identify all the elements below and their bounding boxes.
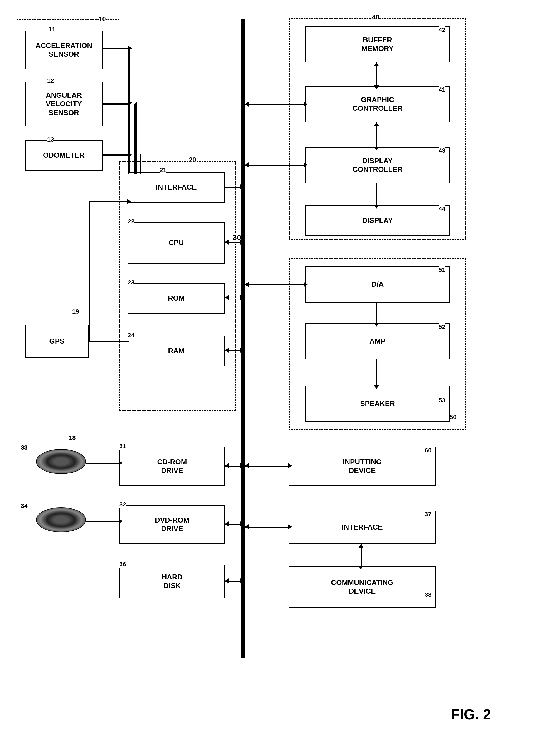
odometer-label: 13 [47,136,54,143]
bus-to-graphic-arrow-right [304,102,307,107]
display-group-label: 40 [372,13,379,21]
bus-to-dc-arrow-right [304,163,307,167]
to-iface-top1 [128,173,129,174]
s1-horiz [103,48,128,49]
sensors-group-label: 10 [99,15,106,23]
label-18: 18 [69,434,76,442]
bus-to-input-arrow-left [245,463,249,468]
cdrom-disk-1 [36,449,86,474]
da-to-amp-vert [376,302,377,324]
amp-block-label: 52 [439,323,445,330]
bus-to-da-arrow-right [304,282,307,287]
cdrom-bus-arrow-right [241,463,244,468]
graphic-controller-label: 41 [439,86,445,93]
angular-velocity-sensor-block: ANGULARVELOCITYSENSOR [25,82,103,126]
interface2-block: INTERFACE [289,511,436,544]
acc-sensor-label: 11 [49,26,55,33]
odo-vert-line [142,155,142,176]
rom-bus-arrow-right [241,295,244,300]
cpu-block: CPU [128,222,225,264]
disk1-to-cdrom-arrow [119,460,123,466]
bus-to-graphic-arrow-left [245,102,249,107]
gps-to-iface-horiz [89,341,129,342]
graphic-controller-block: GRAPHICCONTROLLER [305,86,450,122]
da-to-amp-arrow-down [374,323,379,327]
bus-label-30: 30 [233,233,241,242]
vert-s1 [128,48,129,174]
dvd-bus-arrow-left [225,522,229,527]
bus-to-iface2-horiz [245,527,289,528]
vert-s2 [134,104,135,174]
iface-top-connect2 [136,103,137,174]
buffer-memory-label: 42 [439,26,445,34]
cpu-bus-arrow-right [241,239,244,244]
rom-block: ROM [128,283,225,314]
bus-to-dc-arrow-left [245,163,249,167]
ram-block: RAM [128,336,225,366]
ram-bus-arrow-right [241,348,244,353]
interface2-label: 37 [425,511,431,518]
audio-group-label: 50 [450,414,456,421]
iface-to-bus [225,187,242,188]
dvd-bus-arrow-right [241,522,244,527]
bus-to-iface2-arrow-left [245,524,249,529]
acceleration-sensor-block: ACCELERATIONSENSOR [25,31,103,69]
display-controller-block: DISPLAYCONTROLLER [305,147,450,183]
ram-block-label: 24 [128,332,134,339]
da-block: D/A [305,266,450,302]
dvddisk-to-dvd [86,521,120,522]
amp-to-speaker-vert [376,359,377,386]
buf-to-graphic-arrow-down [374,86,379,89]
inputting-device-label: 60 [425,447,431,454]
buffer-memory-block: BUFFERMEMORY [305,26,450,63]
rom-bus-arrow-left [225,295,229,300]
to-iface-top2 [134,173,135,174]
vert-s3 [140,154,141,174]
bus-to-dc-horiz [245,165,306,166]
ram-bus-arrow-left [225,348,229,353]
cdrom-drive-block: CD-ROMDRIVE [119,447,225,486]
hard-disk-block: HARDDISK [119,565,225,598]
cdrom-disk-1-label: 33 [21,444,27,451]
da-block-label: 51 [439,266,445,274]
dvddisk-to-dvd-arrow [119,519,123,524]
display-block-label: 44 [439,205,445,212]
gps-to-iface-horiz2 [89,201,128,202]
iface2-to-comm-arrow-up [358,544,363,548]
iface-bus-arrow-right [241,184,244,189]
iface2-to-comm-arrow-down [358,566,363,569]
gps-arrow [127,199,131,204]
dvdrom-drive-block: DVD-ROMDRIVE [119,505,225,544]
iface-top-connect3 [143,154,143,174]
dc-to-display-arrow-down [374,205,379,209]
amp-block: AMP [305,323,450,359]
interface-block: INTERFACE [128,172,225,202]
hdd-bus-arrow-left [225,578,229,583]
cpu-bus-arrow-left [225,239,229,244]
bus-to-input-horiz [245,466,289,467]
dvdrom-drive-label: 32 [119,501,126,508]
dc-to-display-vert [376,183,377,206]
bus-to-da-horiz [245,284,306,285]
cdrom-bus-arrow-left [225,463,229,468]
display-block: DISPLAY [305,205,450,236]
communicating-device-block: COMMUNICATINGDEVICE [289,566,436,608]
communicating-device-label: 38 [425,591,431,598]
graphic-to-dc-arrow-up [374,122,379,126]
rom-block-label: 23 [128,279,134,286]
fig-label: FIG. 2 [451,706,491,723]
main-bus-vertical [242,19,245,658]
odometer-block: ODOMETER [25,140,103,171]
iface-top-connect [129,47,130,174]
bus-to-graphic-horiz [245,104,306,105]
cpu-block-label: 22 [128,218,134,225]
bus-to-iface2-arrow-right [288,524,292,529]
hdd-bus-arrow-right [241,578,244,583]
speaker-block-label: 53 [439,397,445,404]
bus-to-da-arrow-left [245,282,249,287]
buf-to-graphic-arrow-up [374,63,379,66]
bus-to-input-arrow-right [288,463,292,468]
s2-horiz [103,104,128,105]
dvdrom-disk [36,507,86,532]
ang-vel-sensor-label: 12 [47,77,54,84]
